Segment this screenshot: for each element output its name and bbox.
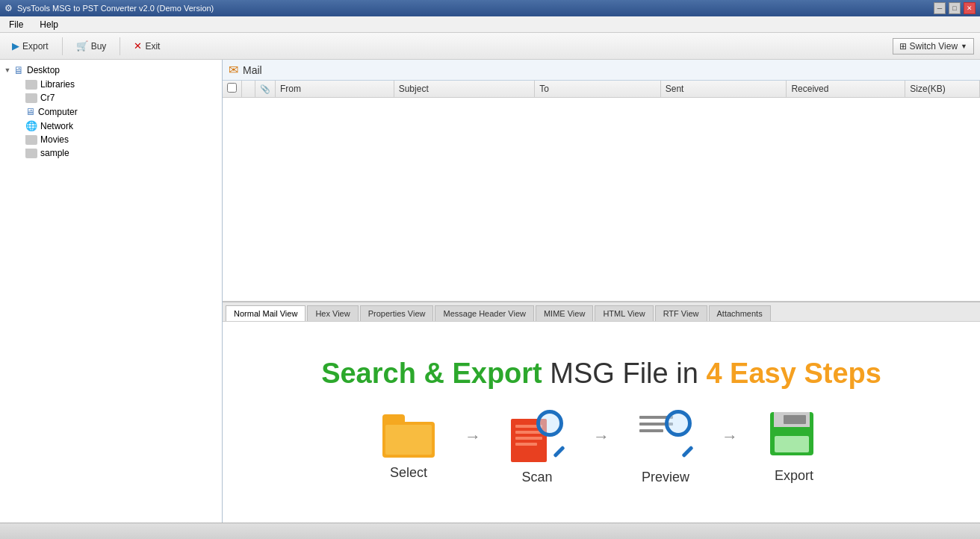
col-from[interactable]: From	[275, 81, 394, 98]
tree-item-computer[interactable]: 🖥 Computer	[0, 105, 222, 119]
step-scan: Scan	[496, 410, 578, 485]
window-title: SysTools MSG to PST Converter v2.0 (Demo…	[17, 4, 214, 13]
tree-item-network[interactable]: 🌐 Network	[0, 119, 222, 133]
buy-button[interactable]: 🛒 Buy	[70, 37, 113, 54]
tree-expand-cr7[interactable]	[15, 93, 24, 102]
tree-label-movies: Movies	[40, 134, 69, 145]
tree-item-movies[interactable]: Movies	[0, 133, 222, 146]
step-preview-label: Preview	[642, 470, 689, 485]
col-check[interactable]	[223, 81, 242, 98]
step-arrow-1: →	[465, 427, 481, 446]
steps-title: Search & Export MSG File in 4 Easy Steps	[321, 359, 881, 387]
title-bar-left: ⚙ SysTools MSG to PST Converter v2.0 (De…	[4, 3, 214, 13]
switch-view-button[interactable]: ⊞ Switch View ▼	[893, 38, 974, 54]
step-export-label: Export	[775, 468, 813, 484]
tab-properties-view[interactable]: Properties View	[360, 305, 434, 321]
step-arrow-2: →	[593, 427, 610, 446]
toolbar-separator-1	[62, 37, 63, 55]
exit-button[interactable]: ✕ Exit	[128, 37, 166, 54]
tree-expand-computer[interactable]	[15, 108, 24, 116]
maximize-button[interactable]: □	[949, 2, 961, 14]
paperclip-icon: 📎	[260, 84, 270, 93]
select-icon	[382, 414, 435, 458]
tree-label-sample: sample	[40, 148, 69, 158]
title-bar-controls: ─ □ ✕	[934, 2, 976, 14]
tab-attachments[interactable]: Attachments	[709, 305, 771, 321]
menu-help[interactable]: Help	[35, 18, 63, 31]
tree-item-libraries[interactable]: Libraries	[0, 78, 222, 91]
tab-hex-view[interactable]: Hex View	[307, 305, 358, 321]
mail-view-top: ✉ Mail 📎	[223, 60, 980, 302]
col-attach-header[interactable]: 📎	[255, 81, 275, 98]
col-size[interactable]: Size(KB)	[905, 81, 980, 98]
tab-mime-view[interactable]: MIME View	[536, 305, 593, 321]
mail-table: 📎 From Subject To	[223, 81, 980, 98]
libraries-folder-icon	[25, 80, 37, 90]
tree-expand-sample[interactable]	[15, 149, 24, 158]
movies-folder-icon	[25, 135, 37, 145]
buy-label: Buy	[91, 41, 107, 52]
status-bar	[0, 523, 980, 539]
switch-view-chevron-icon: ▼	[961, 43, 967, 50]
minimize-button[interactable]: ─	[934, 2, 946, 14]
mail-table-wrapper: 📎 From Subject To	[223, 81, 980, 301]
file-tree-panel: ▼ 🖥 Desktop Libraries Cr7 🖥 Computer	[0, 60, 223, 523]
col-subject[interactable]: Subject	[394, 81, 535, 98]
tab-normal-mail-view[interactable]: Normal Mail View	[226, 305, 306, 322]
export-icon	[770, 412, 819, 461]
close-button[interactable]: ✕	[964, 2, 976, 14]
right-panel: ✉ Mail 📎	[223, 60, 980, 523]
tree-expand-libraries[interactable]	[15, 80, 24, 89]
tab-rtf-view[interactable]: RTF View	[655, 305, 707, 321]
tree-expand-desktop[interactable]: ▼	[3, 66, 12, 75]
step-export: Export	[753, 412, 835, 484]
tree-expand-movies[interactable]	[15, 135, 24, 144]
tab-message-header-view[interactable]: Message Header View	[435, 305, 533, 321]
select-all-checkbox[interactable]	[227, 83, 237, 93]
exit-label: Exit	[145, 41, 160, 52]
scan-icon	[511, 410, 563, 462]
tree-label-network: Network	[40, 121, 73, 131]
mail-header-title: Mail	[243, 64, 262, 76]
step-scan-label: Scan	[521, 470, 552, 485]
step-preview: Preview	[624, 410, 707, 485]
tab-html-view[interactable]: HTML View	[595, 305, 653, 321]
col-sent[interactable]: Sent	[660, 81, 787, 98]
tree-item-sample[interactable]: sample	[0, 146, 222, 160]
menu-file[interactable]: File	[4, 18, 28, 31]
buy-cart-icon: 🛒	[76, 40, 88, 52]
cr7-folder-icon	[25, 93, 37, 103]
steps-title-green: Search & Export	[321, 358, 542, 389]
preview-icon	[639, 410, 692, 462]
step-arrow-3: →	[722, 427, 738, 446]
export-button[interactable]: ▶ Export	[6, 37, 55, 54]
tree-item-desktop[interactable]: ▼ 🖥 Desktop	[0, 63, 222, 78]
col-to[interactable]: To	[535, 81, 661, 98]
toolbar: ▶ Export 🛒 Buy ✕ Exit ⊞ Switch View ▼	[0, 33, 980, 60]
tree-label-cr7: Cr7	[40, 93, 55, 103]
preview-area: Search & Export MSG File in 4 Easy Steps…	[223, 321, 980, 523]
tree-expand-network[interactable]	[15, 122, 24, 131]
export-arrow-icon: ▶	[12, 40, 19, 52]
tree-label-computer: Computer	[38, 107, 78, 117]
switch-view-label: Switch View	[910, 41, 958, 52]
export-label: Export	[22, 41, 49, 52]
menu-bar: File Help	[0, 16, 980, 33]
sample-folder-icon	[25, 149, 37, 158]
tree-label-libraries: Libraries	[40, 79, 75, 90]
tree-label-desktop: Desktop	[27, 65, 60, 75]
mail-header-icon: ✉	[229, 63, 238, 77]
col-received[interactable]: Received	[787, 81, 905, 98]
col-flag[interactable]	[242, 81, 255, 98]
tree-item-cr7[interactable]: Cr7	[0, 91, 222, 105]
network-icon: 🌐	[25, 120, 37, 131]
toolbar-separator-2	[120, 37, 120, 55]
step-select: Select	[368, 414, 450, 481]
tab-bar: Normal Mail View Hex View Properties Vie…	[223, 302, 980, 321]
toolbar-left: ▶ Export 🛒 Buy ✕ Exit	[6, 37, 166, 55]
main-area: ▼ 🖥 Desktop Libraries Cr7 🖥 Computer	[0, 60, 980, 523]
exit-x-icon: ✕	[134, 40, 142, 52]
desktop-folder-icon: 🖥	[13, 64, 24, 76]
title-bar: ⚙ SysTools MSG to PST Converter v2.0 (De…	[0, 0, 980, 16]
computer-icon: 🖥	[25, 106, 35, 117]
